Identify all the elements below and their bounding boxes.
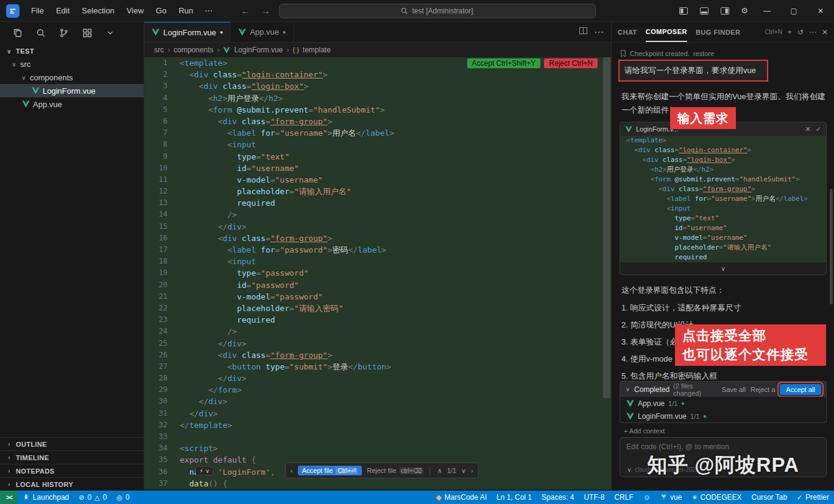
menu-view[interactable]: View xyxy=(121,4,149,18)
new-chat-icon[interactable]: + xyxy=(788,28,792,37)
code-line[interactable]: 2 <div class="login-container"> xyxy=(144,69,611,80)
panel-close-icon[interactable]: ✕ xyxy=(822,28,828,37)
code-line[interactable]: <input xyxy=(620,204,826,214)
add-context-button[interactable]: + Add context xyxy=(624,427,665,435)
menu-selection[interactable]: Selection xyxy=(76,4,119,18)
code-line[interactable]: 34<script> xyxy=(144,443,611,454)
code-editor[interactable]: Accept Ctrl+Shift+Y Reject Ctrl+N 1<temp… xyxy=(144,57,611,491)
tree-file-app[interactable]: App.vue xyxy=(0,97,144,111)
changed-file-row[interactable]: LoginForm.vue1/1● xyxy=(620,410,826,422)
split-editor-icon[interactable] xyxy=(579,26,588,38)
chevron-down-icon[interactable]: ∨ xyxy=(625,386,631,393)
panel-more-icon[interactable]: ⋯ xyxy=(809,28,816,37)
code-line[interactable]: placeholder="请输入用户名" xyxy=(620,243,826,253)
close-button[interactable]: ✕ xyxy=(807,0,834,21)
code-line[interactable]: 7 <label for="username">用户名</label> xyxy=(144,127,611,139)
inline-suggest-spark-icon[interactable]: ⚡ ∨ xyxy=(196,466,213,475)
breadcrumb-symbol[interactable]: template xyxy=(303,46,331,54)
breadcrumb-components[interactable]: components xyxy=(174,46,213,54)
encoding-setting[interactable]: UTF-8 xyxy=(579,491,609,504)
code-line[interactable]: 5 <form @submit.prevent="handleSubmit"> xyxy=(144,104,611,116)
maximize-button[interactable]: ▢ xyxy=(780,0,807,21)
marscode-ai-button[interactable]: ◆ MarsCode AI xyxy=(431,491,492,504)
source-control-icon[interactable] xyxy=(55,25,73,41)
code-line[interactable]: <div class="login-container"> xyxy=(620,145,826,155)
prettier-button[interactable]: ✓ Prettier xyxy=(792,491,834,504)
launchpad-button[interactable]: Launchpad xyxy=(18,491,74,504)
code-line[interactable]: <h2>用户登录</h2> xyxy=(620,165,826,175)
code-line[interactable]: 37 data() { xyxy=(144,478,611,489)
code-line[interactable]: 31 </div> xyxy=(144,408,611,419)
nav-forward-icon[interactable]: → xyxy=(259,5,273,16)
cursor-position[interactable]: Ln 1, Col 1 xyxy=(492,491,537,504)
toggle-secondary-sidebar-icon[interactable] xyxy=(715,0,735,21)
code-line[interactable]: 10 id="username" xyxy=(144,163,611,174)
nav-back-icon[interactable]: ← xyxy=(239,5,253,16)
code-line[interactable]: 4 <h2>用户登录</h2> xyxy=(144,93,611,104)
breadcrumb-file[interactable]: LoginForm.vue xyxy=(234,46,283,54)
code-line[interactable]: 26 <div class="form-group"> xyxy=(144,349,611,361)
code-line[interactable]: <template> xyxy=(620,136,826,145)
code-line[interactable]: 33 xyxy=(144,431,611,443)
feedback-smiley-icon[interactable]: ☺ xyxy=(638,491,656,504)
reject-all-button[interactable]: Reject a xyxy=(751,386,775,393)
code-line[interactable]: 19 type="password" xyxy=(144,267,611,279)
history-icon[interactable]: ↺ xyxy=(797,28,804,37)
code-line[interactable]: 15 </div> xyxy=(144,221,611,233)
tab-app-vue[interactable]: App.vue ● xyxy=(231,22,294,42)
code-line[interactable]: 29 </form> xyxy=(144,384,611,396)
code-line[interactable]: 9 type="text" xyxy=(144,151,611,163)
panel-scrollbar[interactable] xyxy=(830,189,833,304)
accept-all-button[interactable]: Accept all xyxy=(780,384,821,395)
app-logo-icon[interactable] xyxy=(6,4,19,18)
section-local-history[interactable]: › LOCAL HISTORY xyxy=(0,477,144,491)
code-line[interactable]: 30 </div> xyxy=(144,396,611,407)
menu-edit[interactable]: Edit xyxy=(51,4,75,18)
explorer-section-header[interactable]: ∨ TEST xyxy=(0,44,144,57)
code-line[interactable]: 18 <input xyxy=(144,256,611,267)
code-line[interactable]: 32</template> xyxy=(144,419,611,431)
tab-bug-finder[interactable]: BUG FINDER xyxy=(696,22,740,42)
expand-code-chevron-icon[interactable]: ∨ xyxy=(620,262,826,275)
toggle-sidebar-icon[interactable] xyxy=(673,0,694,21)
tree-folder-src[interactable]: ∨ src xyxy=(0,57,144,71)
section-notepads[interactable]: › NOTEPADS xyxy=(0,464,144,477)
command-search-input[interactable]: test [Administrator] xyxy=(279,4,596,18)
menu-run[interactable]: Run xyxy=(173,4,199,18)
indentation-setting[interactable]: Spaces: 4 xyxy=(537,491,579,504)
code-line[interactable]: 24 /> xyxy=(144,326,611,337)
save-all-button[interactable]: Save all xyxy=(722,386,746,393)
minimize-button[interactable]: — xyxy=(754,0,780,21)
codegeex-button[interactable]: ✳ CODEGEEX xyxy=(687,491,746,504)
code-line[interactable]: 25 </div> xyxy=(144,338,611,349)
remote-indicator[interactable]: >< xyxy=(0,491,18,504)
changed-file-row[interactable]: App.vue1/1● xyxy=(620,397,826,410)
menu-more-icon[interactable]: ⋯ xyxy=(200,6,217,15)
explorer-icon[interactable] xyxy=(9,25,27,41)
card-accept-icon[interactable]: ✓ xyxy=(816,125,821,133)
next-change-icon[interactable]: › xyxy=(471,467,473,474)
diff-accept-button[interactable]: Accept Ctrl+Shift+Y xyxy=(467,58,541,68)
modified-dot-icon[interactable]: ● xyxy=(283,29,286,35)
code-line[interactable]: <label for="username">用户名</label> xyxy=(620,194,826,204)
code-line[interactable]: 22 placeholder="请输入密码" xyxy=(144,303,611,314)
editor-more-actions-icon[interactable]: ⋯ xyxy=(594,26,604,38)
language-mode[interactable]: vue xyxy=(656,491,687,504)
menu-go[interactable]: Go xyxy=(150,4,172,18)
code-line[interactable]: <div class="form-group"> xyxy=(620,184,826,194)
code-line[interactable]: 16 <div class="form-group"> xyxy=(144,233,611,244)
code-line[interactable]: 17 <label for="password">密码</label> xyxy=(144,244,611,256)
cursor-tab-button[interactable]: Cursor Tab xyxy=(747,491,792,504)
code-line[interactable]: <div class="login-box"> xyxy=(620,155,826,165)
reject-file-button[interactable]: Reject file ctrl+⌫ xyxy=(367,467,423,474)
code-line[interactable]: required xyxy=(620,253,826,262)
search-sidebar-icon[interactable] xyxy=(32,25,50,41)
problems-indicator[interactable]: ⊘ 0 △ 0 xyxy=(74,491,111,504)
tab-composer[interactable]: COMPOSER xyxy=(646,22,687,42)
section-outline[interactable]: › OUTLINE xyxy=(0,437,144,450)
prev-change-icon[interactable]: ‹ xyxy=(291,467,293,474)
code-line[interactable]: 23 required xyxy=(144,314,611,326)
code-line[interactable]: 11 v-model="username" xyxy=(144,174,611,186)
extensions-icon[interactable] xyxy=(78,25,96,41)
next-diff-icon[interactable]: ∨ xyxy=(461,467,466,475)
